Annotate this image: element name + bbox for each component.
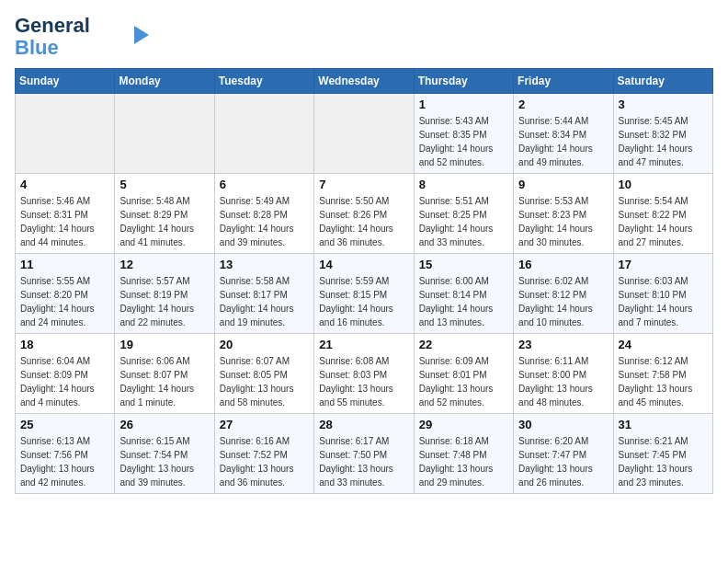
day-number: 8: [419, 178, 508, 191]
page-header: GeneralBlue: [15, 15, 713, 59]
day-info: Sunrise: 5:46 AM Sunset: 8:31 PM Dayligh…: [20, 194, 109, 249]
day-number: 22: [419, 338, 508, 351]
day-number: 9: [518, 178, 608, 191]
day-number: 5: [119, 178, 209, 191]
day-info: Sunrise: 6:21 AM Sunset: 7:45 PM Dayligh…: [619, 434, 708, 489]
calendar-cell: 19Sunrise: 6:06 AM Sunset: 8:07 PM Dayli…: [115, 334, 214, 414]
day-number: 24: [619, 338, 708, 351]
calendar-week-row: 1Sunrise: 5:43 AM Sunset: 8:35 PM Daylig…: [16, 94, 713, 174]
calendar-cell: 8Sunrise: 5:51 AM Sunset: 8:25 PM Daylig…: [414, 174, 513, 254]
day-info: Sunrise: 6:03 AM Sunset: 8:10 PM Dayligh…: [619, 274, 708, 329]
day-number: 31: [619, 418, 708, 431]
calendar-cell: 29Sunrise: 6:18 AM Sunset: 7:48 PM Dayli…: [414, 414, 513, 494]
day-info: Sunrise: 6:13 AM Sunset: 7:56 PM Dayligh…: [20, 434, 109, 489]
day-info: Sunrise: 6:06 AM Sunset: 8:07 PM Dayligh…: [119, 354, 209, 409]
calendar-cell: 13Sunrise: 5:58 AM Sunset: 8:17 PM Dayli…: [214, 254, 313, 334]
calendar-cell: 11Sunrise: 5:55 AM Sunset: 8:20 PM Dayli…: [16, 254, 115, 334]
day-info: Sunrise: 6:12 AM Sunset: 7:58 PM Dayligh…: [619, 354, 708, 409]
day-number: 10: [619, 178, 708, 191]
calendar-cell: 23Sunrise: 6:11 AM Sunset: 8:00 PM Dayli…: [514, 334, 613, 414]
day-number: 19: [119, 338, 209, 351]
day-number: 4: [20, 178, 109, 191]
calendar-cell: 31Sunrise: 6:21 AM Sunset: 7:45 PM Dayli…: [613, 414, 712, 494]
weekday-header-tuesday: Tuesday: [214, 69, 313, 94]
day-info: Sunrise: 5:55 AM Sunset: 8:20 PM Dayligh…: [20, 274, 109, 329]
calendar-cell: 20Sunrise: 6:07 AM Sunset: 8:05 PM Dayli…: [214, 334, 313, 414]
weekday-header-friday: Friday: [514, 69, 613, 94]
day-info: Sunrise: 5:57 AM Sunset: 8:19 PM Dayligh…: [119, 274, 209, 329]
weekday-header-wednesday: Wednesday: [314, 69, 414, 94]
day-number: 12: [119, 258, 209, 271]
calendar-cell: 5Sunrise: 5:48 AM Sunset: 8:29 PM Daylig…: [115, 174, 214, 254]
calendar-cell: 30Sunrise: 6:20 AM Sunset: 7:47 PM Dayli…: [514, 414, 613, 494]
calendar-cell: 21Sunrise: 6:08 AM Sunset: 8:03 PM Dayli…: [314, 334, 414, 414]
calendar-cell: [214, 94, 313, 174]
logo-arrow-icon: [134, 26, 149, 44]
day-info: Sunrise: 6:17 AM Sunset: 7:50 PM Dayligh…: [319, 434, 408, 489]
calendar-cell: 17Sunrise: 6:03 AM Sunset: 8:10 PM Dayli…: [613, 254, 712, 334]
weekday-header-sunday: Sunday: [16, 69, 115, 94]
day-number: 11: [20, 258, 109, 271]
day-number: 7: [319, 178, 408, 191]
calendar-cell: 25Sunrise: 6:13 AM Sunset: 7:56 PM Dayli…: [16, 414, 115, 494]
day-info: Sunrise: 6:07 AM Sunset: 8:05 PM Dayligh…: [220, 354, 309, 409]
calendar-cell: [115, 94, 214, 174]
calendar-cell: [16, 94, 115, 174]
calendar-cell: 2Sunrise: 5:44 AM Sunset: 8:34 PM Daylig…: [514, 94, 613, 174]
calendar-cell: 12Sunrise: 5:57 AM Sunset: 8:19 PM Dayli…: [115, 254, 214, 334]
day-info: Sunrise: 5:45 AM Sunset: 8:32 PM Dayligh…: [619, 114, 708, 169]
day-info: Sunrise: 5:59 AM Sunset: 8:15 PM Dayligh…: [319, 274, 408, 329]
day-number: 3: [619, 98, 708, 111]
calendar-cell: 16Sunrise: 6:02 AM Sunset: 8:12 PM Dayli…: [514, 254, 613, 334]
calendar-cell: 7Sunrise: 5:50 AM Sunset: 8:26 PM Daylig…: [314, 174, 414, 254]
day-info: Sunrise: 6:18 AM Sunset: 7:48 PM Dayligh…: [419, 434, 508, 489]
day-info: Sunrise: 5:58 AM Sunset: 8:17 PM Dayligh…: [220, 274, 309, 329]
logo: GeneralBlue: [15, 15, 149, 59]
calendar-cell: 14Sunrise: 5:59 AM Sunset: 8:15 PM Dayli…: [314, 254, 414, 334]
day-info: Sunrise: 6:02 AM Sunset: 8:12 PM Dayligh…: [518, 274, 608, 329]
day-number: 16: [518, 258, 608, 271]
day-number: 28: [319, 418, 408, 431]
calendar-cell: 15Sunrise: 6:00 AM Sunset: 8:14 PM Dayli…: [414, 254, 513, 334]
calendar-cell: 22Sunrise: 6:09 AM Sunset: 8:01 PM Dayli…: [414, 334, 513, 414]
day-number: 26: [119, 418, 209, 431]
weekday-header-thursday: Thursday: [414, 69, 513, 94]
calendar-week-row: 25Sunrise: 6:13 AM Sunset: 7:56 PM Dayli…: [16, 414, 713, 494]
day-info: Sunrise: 6:00 AM Sunset: 8:14 PM Dayligh…: [419, 274, 508, 329]
day-number: 30: [518, 418, 608, 431]
calendar-cell: [314, 94, 414, 174]
day-number: 14: [319, 258, 408, 271]
day-number: 23: [518, 338, 608, 351]
day-info: Sunrise: 5:49 AM Sunset: 8:28 PM Dayligh…: [220, 194, 309, 249]
calendar-cell: 18Sunrise: 6:04 AM Sunset: 8:09 PM Dayli…: [16, 334, 115, 414]
calendar-week-row: 18Sunrise: 6:04 AM Sunset: 8:09 PM Dayli…: [16, 334, 713, 414]
day-number: 17: [619, 258, 708, 271]
day-number: 20: [220, 338, 309, 351]
day-number: 1: [419, 98, 508, 111]
day-info: Sunrise: 5:51 AM Sunset: 8:25 PM Dayligh…: [419, 194, 508, 249]
day-number: 2: [518, 98, 608, 111]
calendar-cell: 3Sunrise: 5:45 AM Sunset: 8:32 PM Daylig…: [613, 94, 712, 174]
calendar-cell: 4Sunrise: 5:46 AM Sunset: 8:31 PM Daylig…: [16, 174, 115, 254]
day-number: 27: [220, 418, 309, 431]
day-number: 15: [419, 258, 508, 271]
day-info: Sunrise: 5:43 AM Sunset: 8:35 PM Dayligh…: [419, 114, 508, 169]
day-info: Sunrise: 5:54 AM Sunset: 8:22 PM Dayligh…: [619, 194, 708, 249]
day-number: 21: [319, 338, 408, 351]
day-info: Sunrise: 5:44 AM Sunset: 8:34 PM Dayligh…: [518, 114, 608, 169]
day-number: 18: [20, 338, 109, 351]
calendar-cell: 9Sunrise: 5:53 AM Sunset: 8:23 PM Daylig…: [514, 174, 613, 254]
weekday-header-saturday: Saturday: [613, 69, 712, 94]
day-info: Sunrise: 5:50 AM Sunset: 8:26 PM Dayligh…: [319, 194, 408, 249]
day-info: Sunrise: 6:11 AM Sunset: 8:00 PM Dayligh…: [518, 354, 608, 409]
day-info: Sunrise: 5:48 AM Sunset: 8:29 PM Dayligh…: [119, 194, 209, 249]
day-info: Sunrise: 6:20 AM Sunset: 7:47 PM Dayligh…: [518, 434, 608, 489]
calendar-cell: 6Sunrise: 5:49 AM Sunset: 8:28 PM Daylig…: [214, 174, 313, 254]
day-info: Sunrise: 6:09 AM Sunset: 8:01 PM Dayligh…: [419, 354, 508, 409]
day-info: Sunrise: 6:08 AM Sunset: 8:03 PM Dayligh…: [319, 354, 408, 409]
weekday-header-monday: Monday: [115, 69, 214, 94]
day-info: Sunrise: 6:15 AM Sunset: 7:54 PM Dayligh…: [119, 434, 209, 489]
logo-text: GeneralBlue: [15, 15, 90, 59]
calendar-week-row: 4Sunrise: 5:46 AM Sunset: 8:31 PM Daylig…: [16, 174, 713, 254]
calendar-table: SundayMondayTuesdayWednesdayThursdayFrid…: [15, 68, 713, 494]
